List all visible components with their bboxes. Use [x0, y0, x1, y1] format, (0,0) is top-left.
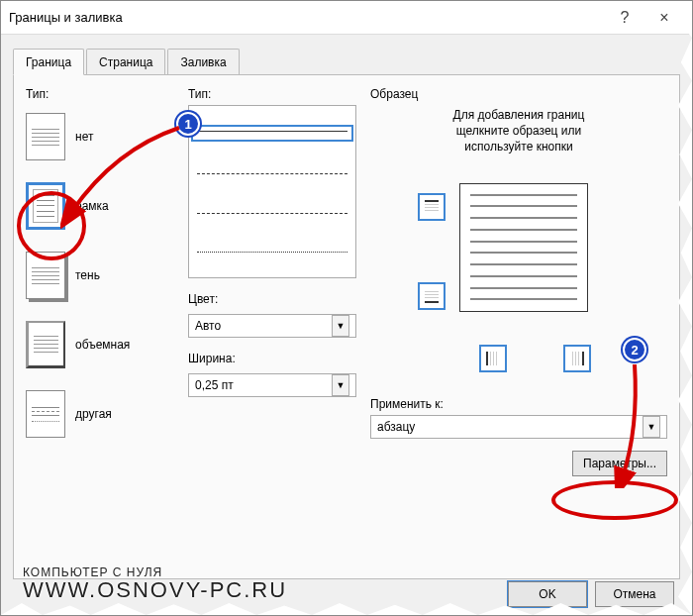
type-none-label: нет: [75, 130, 93, 144]
preview-page[interactable]: [459, 183, 588, 312]
apply-to-value: абзацу: [377, 420, 415, 434]
type-shadow[interactable]: тень: [26, 252, 174, 299]
close-button[interactable]: ×: [644, 2, 684, 34]
tabstrip: Граница Страница Заливка: [13, 49, 680, 75]
sample-label: Образец: [370, 87, 667, 101]
dialog-footer: OK Отмена: [508, 581, 674, 607]
preview-area: [370, 173, 667, 361]
svg-rect-4: [425, 301, 439, 303]
chevron-down-icon: ▼: [643, 416, 660, 438]
width-label: Ширина:: [188, 352, 356, 365]
svg-rect-6: [425, 294, 439, 295]
sample-hint: Для добавления границ щелкните образец и…: [370, 107, 667, 155]
line-style-dash-med[interactable]: [197, 213, 347, 214]
type-label: Тип:: [26, 87, 174, 101]
svg-rect-0: [425, 200, 439, 202]
svg-rect-1: [425, 204, 439, 205]
tab-page[interactable]: Страница: [86, 49, 165, 75]
svg-rect-15: [578, 352, 579, 365]
style-label: Тип:: [188, 87, 356, 101]
line-style-solid[interactable]: [197, 131, 347, 136]
dialog-title: Границы и заливка: [9, 10, 605, 25]
ok-button[interactable]: OK: [508, 581, 587, 607]
line-style-dot[interactable]: [197, 252, 347, 253]
color-value: Авто: [195, 319, 221, 333]
type-box-icon: [26, 182, 65, 230]
type-shadow-icon: [26, 252, 65, 299]
border-bottom-toggle[interactable]: [418, 282, 446, 310]
border-top-toggle[interactable]: [418, 193, 446, 221]
chevron-down-icon: ▼: [332, 374, 349, 396]
type-3d[interactable]: объемная: [26, 321, 174, 368]
svg-rect-9: [490, 352, 491, 365]
tab-border[interactable]: Граница: [13, 49, 84, 75]
type-custom-label: другая: [75, 407, 112, 421]
apply-to-label: Применить к:: [370, 397, 667, 411]
line-style-list[interactable]: [188, 105, 356, 278]
type-box[interactable]: рамка: [26, 182, 174, 230]
type-custom[interactable]: другая: [26, 390, 174, 438]
svg-rect-11: [496, 352, 497, 365]
svg-rect-2: [425, 207, 439, 208]
svg-rect-7: [425, 297, 439, 298]
width-value: 0,25 пт: [195, 378, 234, 392]
svg-rect-14: [575, 352, 576, 365]
apply-to-select[interactable]: абзацу ▼: [370, 415, 667, 439]
type-none[interactable]: нет: [26, 113, 174, 160]
type-box-label: рамка: [75, 199, 109, 213]
svg-rect-5: [425, 291, 439, 292]
tab-content: Тип: нет рамка: [13, 74, 680, 579]
type-custom-icon: [26, 390, 65, 438]
type-shadow-label: тень: [75, 268, 100, 282]
svg-rect-13: [572, 352, 573, 365]
svg-rect-12: [582, 352, 584, 365]
type-3d-label: объемная: [75, 338, 130, 352]
color-select[interactable]: Авто ▼: [188, 314, 356, 338]
border-right-toggle[interactable]: [563, 345, 591, 372]
svg-rect-8: [486, 352, 488, 365]
chevron-down-icon: ▼: [332, 315, 349, 337]
titlebar: Границы и заливка ? ×: [1, 1, 692, 35]
cancel-button[interactable]: Отмена: [595, 581, 674, 607]
options-button[interactable]: Параметры...: [572, 451, 667, 476]
border-left-toggle[interactable]: [479, 345, 507, 372]
type-none-icon: [26, 113, 65, 160]
tab-fill[interactable]: Заливка: [167, 49, 239, 75]
line-style-dash-long[interactable]: [197, 173, 347, 174]
dialog-window: Границы и заливка ? × Граница Страница З…: [0, 0, 693, 616]
help-button[interactable]: ?: [605, 2, 644, 34]
type-3d-icon: [26, 321, 65, 368]
width-select[interactable]: 0,25 пт ▼: [188, 373, 356, 397]
color-label: Цвет:: [188, 292, 356, 306]
svg-rect-3: [425, 210, 439, 211]
svg-rect-10: [493, 352, 494, 365]
